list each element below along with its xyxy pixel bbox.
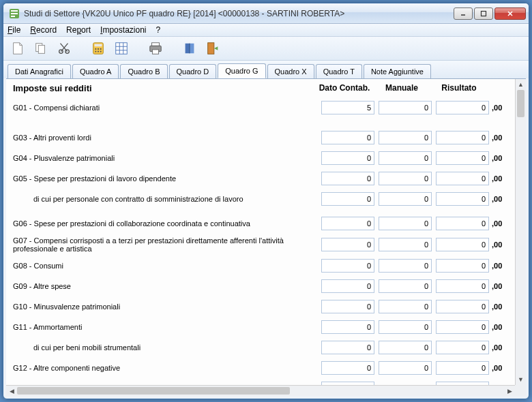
svg-point-21 — [100, 50, 102, 52]
svg-rect-5 — [482, 11, 486, 16]
g05a-risultato[interactable] — [436, 192, 489, 206]
new-doc-icon[interactable] — [9, 40, 27, 57]
row-g09: G09 - Altre spese ,00 — [13, 279, 508, 294]
menu-record[interactable]: Record — [30, 25, 57, 35]
menu-file[interactable]: File — [8, 25, 20, 35]
g10-manuale[interactable] — [379, 300, 432, 313]
print-icon[interactable] — [147, 40, 164, 57]
label-g03: G03 - Altri proventi lordi — [13, 134, 317, 142]
g12-risultato[interactable] — [436, 361, 489, 375]
g09-risultato[interactable] — [436, 279, 489, 293]
label-g09: G09 - Altre spese — [13, 282, 317, 290]
cut-icon[interactable] — [55, 40, 73, 57]
g05a-manuale[interactable] — [379, 192, 432, 206]
g08-risultato[interactable] — [436, 259, 489, 273]
g03-manuale[interactable] — [379, 131, 432, 144]
row-g11a: di cui per beni mobili strumentali ,00 — [13, 340, 508, 355]
titlebar: Studi di Settore {VK20U Unico PF quadro … — [3, 3, 529, 24]
g09-manuale[interactable] — [379, 279, 432, 293]
g06-contab[interactable] — [321, 217, 374, 230]
g12-contab[interactable] — [321, 361, 374, 375]
tab-note-aggiuntive[interactable]: Note Aggiuntive — [364, 64, 431, 79]
tab-quadro-d[interactable]: Quadro D — [169, 64, 217, 79]
tab-quadro-a[interactable]: Quadro A — [72, 64, 119, 79]
g11-manuale[interactable] — [379, 320, 432, 334]
menu-help[interactable]: ? — [156, 25, 160, 35]
g01-contab[interactable] — [321, 101, 374, 114]
scroll-down-icon[interactable]: ▼ — [516, 374, 526, 385]
tab-quadro-x[interactable]: Quadro X — [267, 64, 314, 79]
g05-contab[interactable] — [321, 172, 374, 185]
label-g07: G07 - Compensi corrisposti a a terzi per… — [13, 236, 317, 253]
g11a-risultato[interactable] — [436, 341, 489, 354]
label-g05: G05 - Spese per prestazioni di lavoro di… — [13, 174, 317, 183]
section-title: Imposte sui redditi — [13, 83, 92, 93]
svg-rect-2 — [11, 13, 18, 14]
label-g10: G10 - Minusvalenze patrimoniali — [13, 303, 317, 311]
minimize-button[interactable] — [454, 7, 473, 20]
g11a-manuale[interactable] — [379, 341, 432, 354]
g05-risultato[interactable] — [436, 172, 489, 185]
book-icon[interactable] — [181, 40, 198, 57]
g04-contab[interactable] — [321, 151, 374, 165]
tab-dati-anagrafici[interactable]: Dati Anagrafici — [8, 64, 71, 79]
g07-manuale[interactable] — [379, 238, 432, 251]
tab-quadro-t[interactable]: Quadro T — [316, 64, 362, 79]
maximize-button[interactable] — [474, 7, 493, 20]
toolbar — [3, 37, 529, 61]
row-g04: G04 - Plusvalenze patrimoniali ,00 — [13, 151, 508, 166]
g05a-contab[interactable] — [321, 192, 374, 206]
g12-manuale[interactable] — [379, 361, 432, 375]
grid-icon[interactable] — [113, 40, 130, 57]
close-button[interactable] — [494, 7, 526, 20]
scroll-right-icon[interactable]: ▶ — [504, 386, 515, 396]
svg-rect-31 — [208, 43, 214, 55]
exit-icon[interactable] — [204, 40, 222, 57]
menubar: File Record Report Impostazioni ? — [3, 24, 529, 37]
tab-quadro-g[interactable]: Quadro G — [218, 63, 265, 78]
label-g01: G01 - Compensi dichiarati — [13, 104, 317, 112]
copy-doc-icon[interactable] — [32, 40, 50, 57]
row-g06: G06 - Spese per prestazioni di collabora… — [13, 216, 508, 231]
hscroll-thumb[interactable] — [17, 387, 290, 395]
scroll-left-icon[interactable]: ◀ — [6, 386, 17, 396]
vertical-scrollbar[interactable]: ▲ ▼ — [515, 79, 526, 385]
g08-contab[interactable] — [321, 259, 374, 273]
g03-risultato[interactable] — [436, 131, 489, 144]
horizontal-scrollbar[interactable]: ◀ ▶ — [6, 385, 515, 396]
g07-risultato[interactable] — [436, 238, 489, 251]
scroll-up-icon[interactable]: ▲ — [516, 79, 526, 90]
g08-manuale[interactable] — [379, 259, 432, 273]
tab-quadro-b[interactable]: Quadro B — [120, 64, 167, 79]
g01-manuale[interactable] — [379, 101, 432, 114]
g07-contab[interactable] — [321, 238, 374, 251]
form-panel: Imposte sui redditi Dato Contab. Manuale… — [6, 79, 515, 385]
g11a-contab[interactable] — [321, 341, 374, 354]
row-g12: G12 - Altre componenti negative ,00 — [13, 360, 508, 375]
g10-contab[interactable] — [321, 300, 374, 313]
g04-risultato[interactable] — [436, 151, 489, 165]
window-controls — [454, 7, 526, 20]
label-g08: G08 - Consumi — [13, 262, 317, 270]
g10-risultato[interactable] — [436, 300, 489, 313]
menu-impostazioni[interactable]: Impostazioni — [100, 25, 146, 35]
g06-manuale[interactable] — [379, 217, 432, 230]
calculator-icon[interactable] — [89, 40, 107, 57]
g04-manuale[interactable] — [379, 151, 432, 165]
content-area: Imposte sui redditi Dato Contab. Manuale… — [6, 78, 526, 396]
svg-point-18 — [100, 48, 102, 50]
g06-risultato[interactable] — [436, 217, 489, 230]
svg-point-17 — [98, 48, 99, 50]
g11-contab[interactable] — [321, 320, 374, 334]
svg-rect-15 — [95, 44, 102, 47]
g01-risultato[interactable] — [436, 101, 489, 114]
g03-contab[interactable] — [321, 131, 374, 144]
g05-manuale[interactable] — [379, 172, 432, 185]
row-g11: G11 - Ammortamenti ,00 — [13, 320, 508, 335]
svg-rect-29 — [152, 50, 158, 54]
g11-risultato[interactable] — [436, 320, 489, 334]
svg-rect-3 — [11, 16, 15, 17]
g09-contab[interactable] — [321, 279, 374, 293]
vscroll-thumb[interactable] — [517, 90, 524, 117]
menu-report[interactable]: Report — [66, 25, 91, 35]
